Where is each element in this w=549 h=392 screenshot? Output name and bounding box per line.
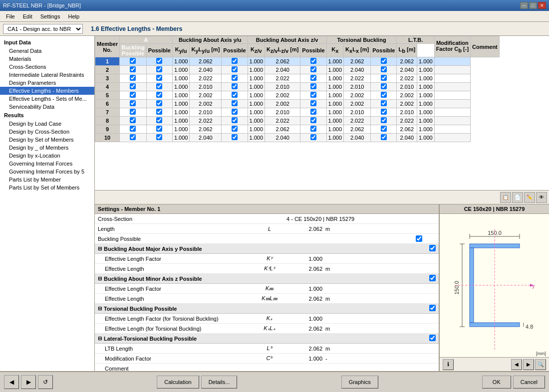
cell-k-ltb-possible[interactable] xyxy=(371,108,397,117)
cell-k-ltb-possible[interactable] xyxy=(371,91,397,100)
ltb-checkbox[interactable] xyxy=(429,335,436,341)
cell-k-ltb-possible[interactable] xyxy=(371,134,397,142)
cell-h-tb-possible[interactable] xyxy=(300,117,326,125)
details-button[interactable]: Details... xyxy=(201,376,238,389)
cell-h-tb-possible[interactable] xyxy=(300,108,326,117)
cs-info-button[interactable]: ℹ xyxy=(443,359,454,370)
sidebar-item-gov-internal-m[interactable]: Governing Internal Forces xyxy=(0,160,94,168)
cs-prev-button[interactable]: ◀ xyxy=(511,359,522,370)
cell-e-possible[interactable] xyxy=(222,134,248,142)
cell-b-possible[interactable] xyxy=(146,125,172,134)
case-dropdown[interactable]: CA1 - Design acc. to NBR xyxy=(3,24,83,34)
table-row[interactable]: 1 1.000 2.062 1.000 2.062 1.000 2.062 2.… xyxy=(95,57,500,66)
cell-a-buckling[interactable] xyxy=(120,134,146,142)
sidebar-item-materials[interactable]: Materials xyxy=(0,55,94,63)
cell-b-possible[interactable] xyxy=(146,100,172,108)
maximize-button[interactable]: □ xyxy=(529,2,537,9)
sidebar-item-design-params[interactable]: Design Parameters xyxy=(0,79,94,87)
table-row[interactable]: 3 1.000 2.022 1.000 2.022 1.000 2.022 2.… xyxy=(95,74,500,83)
cell-e-possible[interactable] xyxy=(222,66,248,74)
buckling-possible-check[interactable] xyxy=(399,235,439,242)
cell-h-tb-possible[interactable] xyxy=(300,66,326,74)
menu-settings[interactable]: Settings xyxy=(36,12,64,20)
table-row[interactable]: 2 1.000 2.040 1.000 2.040 1.000 2.040 2.… xyxy=(95,66,500,74)
cell-h-tb-possible[interactable] xyxy=(300,91,326,100)
sidebar-item-design-member[interactable]: Design by _ of Members xyxy=(0,144,94,152)
cell-a-buckling[interactable] xyxy=(120,125,146,134)
cell-a-buckling[interactable] xyxy=(120,108,146,117)
cell-b-possible[interactable] xyxy=(146,117,172,125)
nav-back-button[interactable]: ◀ xyxy=(4,375,19,389)
cell-e-possible[interactable] xyxy=(222,57,248,66)
sidebar-item-parts-list-set[interactable]: Parts List by Set of Members xyxy=(0,184,94,192)
cell-b-possible[interactable] xyxy=(146,74,172,83)
cell-e-possible[interactable] xyxy=(222,108,248,117)
sidebar-item-design-set-members[interactable]: Design by Set of Members xyxy=(0,136,94,144)
cell-k-ltb-possible[interactable] xyxy=(371,125,397,134)
cell-b-possible[interactable] xyxy=(146,91,172,100)
table-row[interactable]: 5 1.000 2.002 1.000 2.002 1.000 2.002 2.… xyxy=(95,91,500,100)
cell-e-possible[interactable] xyxy=(222,117,248,125)
cell-a-buckling[interactable] xyxy=(120,57,146,66)
cell-a-buckling[interactable] xyxy=(120,117,146,125)
cell-h-tb-possible[interactable] xyxy=(300,100,326,108)
cell-b-possible[interactable] xyxy=(146,108,172,117)
collapse-torsional[interactable]: ⊟ xyxy=(98,306,102,311)
tool-btn-3[interactable]: ✏️ xyxy=(524,192,535,203)
cell-e-possible[interactable] xyxy=(222,74,248,83)
menu-file[interactable]: File xyxy=(2,12,19,20)
cell-h-tb-possible[interactable] xyxy=(300,74,326,83)
cell-b-possible[interactable] xyxy=(146,57,172,66)
close-button[interactable]: ✕ xyxy=(538,2,546,9)
calculation-button[interactable]: Calculation xyxy=(157,376,199,389)
cell-a-buckling[interactable] xyxy=(120,74,146,83)
cell-k-ltb-possible[interactable] xyxy=(371,100,397,108)
cell-k-ltb-possible[interactable] xyxy=(371,117,397,125)
cell-e-possible[interactable] xyxy=(222,83,248,91)
cell-a-buckling[interactable] xyxy=(120,91,146,100)
cell-b-possible[interactable] xyxy=(146,134,172,142)
minimize-button[interactable]: ─ xyxy=(520,2,528,9)
table-row[interactable]: 7 1.000 2.010 1.000 2.010 1.000 2.010 2.… xyxy=(95,108,500,117)
table-row[interactable]: 6 1.000 2.002 1.000 2.002 1.000 2.002 2.… xyxy=(95,100,500,108)
sidebar-item-design-load-case[interactable]: Design by Load Case xyxy=(0,120,94,128)
torsional-checkbox[interactable] xyxy=(429,305,436,311)
cell-b-possible[interactable] xyxy=(146,66,172,74)
cell-h-tb-possible[interactable] xyxy=(300,57,326,66)
sidebar-item-effective-lengths-members[interactable]: Effective Lengths - Members xyxy=(0,87,94,95)
cell-k-ltb-possible[interactable] xyxy=(371,66,397,74)
cell-h-tb-possible[interactable] xyxy=(300,134,326,142)
cell-e-possible[interactable] xyxy=(222,100,248,108)
cell-e-possible[interactable] xyxy=(222,125,248,134)
collapse-minor[interactable]: ⊟ xyxy=(98,276,102,281)
sidebar-item-effective-lengths-sets[interactable]: Effective Lengths - Sets of Me... xyxy=(0,95,94,103)
cell-k-ltb-possible[interactable] xyxy=(371,74,397,83)
cancel-button[interactable]: Cancel xyxy=(513,376,545,389)
sidebar-item-cross-sections[interactable]: Cross-Sections xyxy=(0,63,94,71)
tool-btn-1[interactable]: 📋 xyxy=(500,192,511,203)
nav-forward-button[interactable]: ▶ xyxy=(21,375,36,389)
cell-k-ltb-possible[interactable] xyxy=(371,83,397,91)
nav-refresh-button[interactable]: ↺ xyxy=(38,375,53,389)
table-row[interactable]: 10 1.000 2.040 1.000 2.040 1.000 2.040 2… xyxy=(95,134,500,142)
cell-h-tb-possible[interactable] xyxy=(300,125,326,134)
menu-help[interactable]: Help xyxy=(64,12,83,20)
sidebar-item-gov-internal-s[interactable]: Governing Internal Forces by 5 xyxy=(0,168,94,176)
table-row[interactable]: 8 1.000 2.022 1.000 2.022 1.000 2.022 2.… xyxy=(95,117,500,125)
buckling-possible-checkbox[interactable] xyxy=(416,235,422,242)
sidebar-item-intermediate-lateral[interactable]: Intermediate Lateral Restraints xyxy=(0,71,94,79)
cell-a-buckling[interactable] xyxy=(120,100,146,108)
table-row[interactable]: 9 1.000 2.062 1.000 2.062 1.000 2.062 2.… xyxy=(95,125,500,134)
collapse-ltb[interactable]: ⊟ xyxy=(98,336,102,341)
buckling-minor-checkbox[interactable] xyxy=(429,275,436,281)
cell-e-possible[interactable] xyxy=(222,91,248,100)
sidebar-item-parts-list-member[interactable]: Parts List by Member xyxy=(0,176,94,184)
sidebar-item-design-cross-section[interactable]: Design by Cross-Section xyxy=(0,128,94,136)
cs-next-button[interactable]: ▶ xyxy=(523,359,534,370)
table-row[interactable]: 4 1.000 2.010 1.000 2.010 1.000 2.010 2.… xyxy=(95,83,500,91)
cs-zoom-button[interactable]: 🔍 xyxy=(535,359,546,370)
ok-button[interactable]: OK xyxy=(482,376,511,389)
cell-k-ltb-possible[interactable] xyxy=(371,57,397,66)
cell-h-tb-possible[interactable] xyxy=(300,83,326,91)
sidebar-item-general-data[interactable]: General Data xyxy=(0,47,94,55)
